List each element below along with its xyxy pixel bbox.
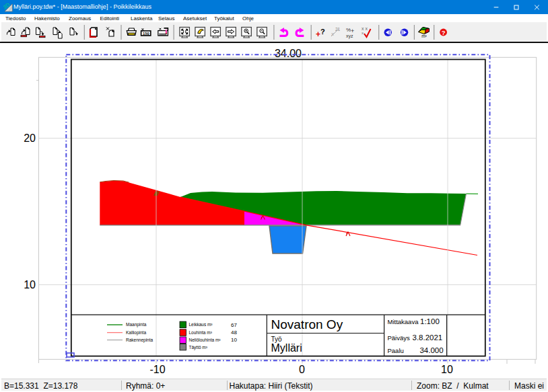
svg-text:Täyttö m³: Täyttö m³ bbox=[189, 345, 208, 350]
svg-text:-10: -10 bbox=[149, 364, 165, 375]
svg-text:20: 20 bbox=[24, 132, 36, 144]
svg-text:m³: m³ bbox=[421, 34, 427, 38]
svg-text:21: 21 bbox=[335, 27, 341, 32]
svg-text:150: 150 bbox=[143, 32, 149, 36]
svg-text:1:100: 1:100 bbox=[420, 317, 440, 325]
svg-text:Paalu: Paalu bbox=[388, 347, 404, 354]
svg-text:Rakennepinta: Rakennepinta bbox=[126, 338, 153, 343]
svg-text:Mittakaava: Mittakaava bbox=[388, 318, 419, 325]
svg-text:Neliölouhinta m³: Neliölouhinta m³ bbox=[189, 338, 221, 342]
svg-text:xyz: xyz bbox=[346, 34, 353, 39]
svg-text:?: ? bbox=[442, 29, 446, 36]
svg-text:Leikkaus m³: Leikkaus m³ bbox=[189, 322, 213, 327]
svg-text:10: 10 bbox=[441, 364, 453, 375]
svg-text:x: x bbox=[331, 31, 334, 37]
svg-text:0: 0 bbox=[299, 364, 305, 375]
svg-text:x: x bbox=[362, 31, 364, 35]
svg-text:48: 48 bbox=[231, 329, 237, 336]
svg-text:Louhinta m³: Louhinta m³ bbox=[189, 330, 213, 335]
svg-text:10: 10 bbox=[24, 279, 36, 290]
svg-text:Mylläri: Mylläri bbox=[271, 342, 302, 354]
svg-text:Novatron Oy: Novatron Oy bbox=[271, 317, 343, 331]
svg-text:3.8.2021: 3.8.2021 bbox=[413, 334, 443, 342]
svg-text:x x: x x bbox=[362, 26, 368, 31]
svg-text:Kalliopinta: Kalliopinta bbox=[126, 330, 146, 336]
svg-text:+: + bbox=[316, 30, 320, 39]
svg-text:10: 10 bbox=[231, 337, 237, 343]
svg-text:Maanpinta: Maanpinta bbox=[126, 322, 147, 327]
svg-text:Päiväys: Päiväys bbox=[388, 334, 411, 342]
svg-text:?: ? bbox=[320, 28, 325, 36]
svg-text:34.00: 34.00 bbox=[275, 48, 302, 59]
svg-text:34.000: 34.000 bbox=[419, 346, 443, 354]
svg-text:Työ: Työ bbox=[271, 336, 283, 343]
svg-text:67: 67 bbox=[231, 322, 237, 328]
